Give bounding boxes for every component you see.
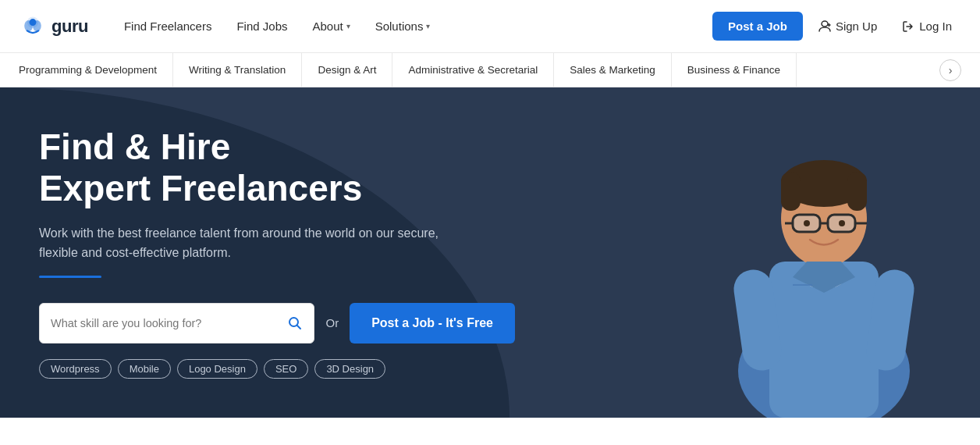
- about-dropdown-arrow: ▾: [346, 22, 350, 30]
- login-icon: [902, 20, 914, 33]
- post-job-button[interactable]: Post a Job: [712, 12, 803, 41]
- sub-nav-programming[interactable]: Programming & Development: [19, 53, 173, 87]
- solutions-dropdown-arrow: ▾: [426, 22, 430, 30]
- header-actions: Post a Job Sign Up Log In: [712, 12, 961, 41]
- svg-point-20: [839, 220, 845, 226]
- main-nav: Find Freelancers Find Jobs About ▾ Solut…: [113, 13, 712, 39]
- svg-rect-4: [822, 21, 828, 27]
- logo-link[interactable]: guru: [19, 12, 88, 41]
- nav-find-freelancers[interactable]: Find Freelancers: [113, 13, 223, 39]
- tag-wordpress[interactable]: Wordpress: [39, 359, 112, 379]
- sub-nav-business[interactable]: Business & Finance: [672, 53, 797, 87]
- search-row: Or Post a Job - It's Free: [39, 303, 515, 344]
- hero-content: Find & Hire Expert Freelancers Work with…: [0, 87, 546, 418]
- tag-mobile[interactable]: Mobile: [118, 359, 171, 379]
- search-button[interactable]: [287, 315, 303, 331]
- search-input[interactable]: [51, 317, 287, 329]
- nav-solutions[interactable]: Solutions ▾: [364, 13, 442, 39]
- sign-up-button[interactable]: Sign Up: [809, 13, 886, 39]
- sub-nav-sales[interactable]: Sales & Marketing: [554, 53, 672, 87]
- logo-text: guru: [51, 16, 88, 37]
- hero-subtitle: Work with the best freelance talent from…: [39, 223, 476, 263]
- hero-title: Find & Hire Expert Freelancers: [39, 126, 515, 209]
- svg-point-19: [804, 220, 810, 226]
- sub-nav-administrative[interactable]: Administrative & Secretarial: [392, 53, 554, 87]
- tag-logo-design[interactable]: Logo Design: [177, 359, 257, 379]
- tag-seo[interactable]: SEO: [264, 359, 308, 379]
- sub-nav-items: Programming & Development Writing & Tran…: [19, 53, 939, 87]
- header: guru Find Freelancers Find Jobs About ▾ …: [0, 0, 980, 53]
- hero-divider: [39, 276, 101, 278]
- hero-person-image: [652, 87, 980, 418]
- sub-nav: Programming & Development Writing & Tran…: [0, 53, 980, 87]
- hero-section: Find & Hire Expert Freelancers Work with…: [0, 87, 980, 418]
- tag-pills: Wordpress Mobile Logo Design SEO 3D Desi…: [39, 359, 515, 379]
- post-job-hero-button[interactable]: Post a Job - It's Free: [350, 303, 515, 344]
- search-icon: [287, 315, 303, 331]
- svg-rect-12: [781, 172, 801, 211]
- search-box: [39, 303, 314, 344]
- sub-nav-writing[interactable]: Writing & Translation: [173, 53, 302, 87]
- person-illustration: [691, 105, 957, 418]
- or-text: Or: [325, 316, 339, 329]
- log-in-button[interactable]: Log In: [893, 13, 961, 39]
- sub-nav-next-arrow[interactable]: ›: [939, 59, 961, 81]
- nav-find-jobs[interactable]: Find Jobs: [225, 13, 298, 39]
- signup-icon: [818, 20, 831, 33]
- svg-rect-13: [847, 172, 867, 211]
- sub-nav-design[interactable]: Design & Art: [302, 53, 392, 87]
- tag-3d-design[interactable]: 3D Design: [314, 359, 385, 379]
- guru-logo-icon: [19, 12, 47, 41]
- svg-point-3: [30, 19, 37, 26]
- nav-about[interactable]: About ▾: [301, 13, 360, 39]
